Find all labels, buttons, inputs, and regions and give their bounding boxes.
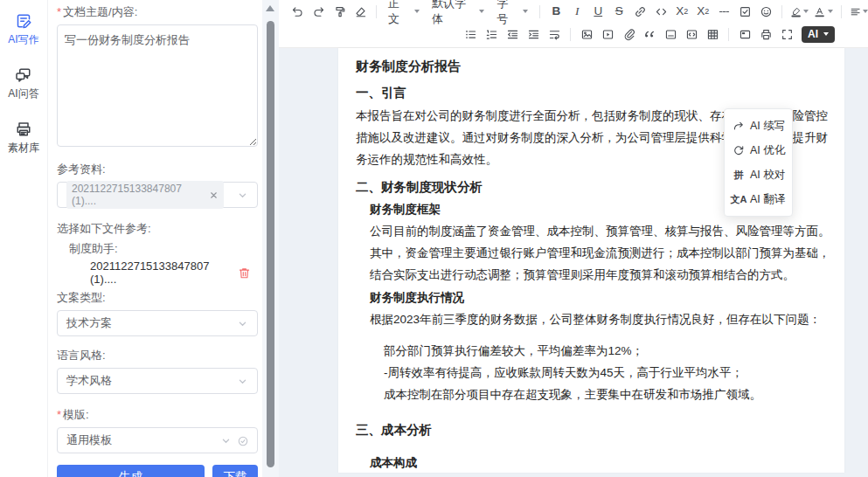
embed-icon[interactable] [737,25,753,45]
required-asterisk: * [57,408,61,421]
remove-tag-icon[interactable] [209,190,219,200]
doc-block: 一、引言 [356,82,832,103]
code-block-icon[interactable] [684,25,699,45]
toolbar-divider [728,28,729,41]
bold-button[interactable]: B [548,2,564,21]
scroll-up-arrow[interactable] [266,5,274,11]
link-icon[interactable] [632,2,648,21]
spacer [356,330,832,340]
ai-translate-icon: 文A [733,193,745,205]
reference-tag-label: 2021122715133847807 (1).... [72,183,205,207]
fullscreen-icon[interactable] [779,25,795,45]
subscript-button[interactable]: X2 [674,2,690,21]
toolbar-divider [376,5,377,18]
chevron-down-icon [237,376,248,387]
doc-block: 成本构成 [370,453,832,473]
ordered-list-icon[interactable] [483,25,499,45]
language-style-label: 语言风格: [57,348,258,363]
italic-button[interactable]: I [569,2,585,21]
chevron-down-icon [220,435,232,446]
toolbar-row-2: AI [279,23,868,46]
highlight-color-icon[interactable] [790,2,809,21]
clear-format-icon[interactable] [352,2,368,21]
template-value: 通用模板 [66,432,220,448]
chevron-down-icon [237,190,248,201]
menu-item-label: AI 优化 [750,143,785,158]
task-list-icon[interactable] [737,2,753,21]
attachment-icon[interactable] [621,25,636,45]
font-color-icon[interactable] [814,2,832,21]
image-icon[interactable] [579,25,594,45]
ai-optimize-icon [733,144,745,156]
horizontal-rule-icon[interactable] [716,2,732,21]
chevron-down-icon [237,318,248,329]
scrollbar-thumb[interactable] [267,21,274,467]
delete-file-icon[interactable] [238,266,251,280]
material-library-icon [15,121,32,138]
emoji-icon[interactable] [758,2,774,21]
reference-file-row: 2021122715133847807 (1).... [90,259,258,286]
redo-icon[interactable] [310,2,326,21]
check-circle-icon [237,435,248,446]
underline-button[interactable]: U [590,2,606,21]
menu-item-label: AI 续写 [750,119,785,134]
undo-icon[interactable] [289,2,305,21]
form-actions: 生成 下载 [57,465,258,477]
ai-optimize-item[interactable]: AI 优化 [725,138,792,162]
editor-toolbar: 正文默认字体字号BIUSX2X2 AI [279,0,868,48]
sidebar-item-ai-writing[interactable]: AI写作 [8,12,38,47]
menu-item-label: AI 校对 [750,168,785,183]
indent-icon[interactable] [525,25,541,45]
paragraph-style-select[interactable]: 正文 [385,0,423,27]
required-asterisk: * [57,5,61,18]
toolbar-divider [539,5,540,18]
toolbar-divider [570,28,571,41]
app-window: AI写作AI问答素材库 *文档主题/内容: 写一份财务制度分析报告 参考资料: … [0,0,868,477]
font-family-select[interactable]: 默认字体 [428,0,488,27]
ai-qa-icon [15,66,32,84]
strikethrough-button[interactable]: S [611,2,627,21]
assistant-label: 制度助手: [69,241,258,257]
language-style-select[interactable]: 学术风格 [57,368,258,394]
doc-block: 根据2023年前三季度的财务数据，公司整体财务制度执行情况良好，但存在以下问题： [370,308,832,330]
doc-title: 财务制度分析报告 [356,56,832,76]
divider-icon[interactable] [663,25,678,45]
ai-proofread-item[interactable]: 拼AI 校对 [725,162,792,187]
ai-writing-icon [15,12,32,30]
generate-button[interactable]: 生成 [57,465,205,477]
ai-dropdown-menu: AI 续写AI 优化拼AI 校对文AAI 翻译 [724,108,793,217]
video-icon[interactable] [600,25,615,45]
reference-file-name: 2021122715133847807 (1).... [90,259,238,286]
outdent-icon[interactable] [504,25,520,45]
doc-block: 部分部门预算执行偏差较大，平均偏差率为12%；-周转效率有待提高，应收账款周转天… [384,340,832,405]
ai-menu-button[interactable]: AI [802,26,835,43]
font-size-select[interactable]: 字号 [493,0,531,27]
generation-form-panel: *文档主题/内容: 写一份财务制度分析报告 参考资料: 202112271513… [48,0,262,477]
print-icon[interactable] [758,25,774,45]
file-select-label: 选择如下文件参考: [57,221,258,237]
ai-continue-item[interactable]: AI 续写 [725,114,792,138]
language-style-value: 学术风格 [66,373,237,389]
line-break-icon[interactable] [546,25,562,45]
sidebar-item-ai-qa[interactable]: AI问答 [8,66,38,101]
bullet-list-icon[interactable] [462,25,478,45]
blockquote-icon[interactable] [642,25,657,45]
toolbar-row-1: 正文默认字体字号BIUSX2X2 [279,0,868,23]
template-label: *模版: [57,407,258,423]
table-icon[interactable] [705,25,720,45]
inline-code-icon[interactable] [653,2,669,21]
ai-translate-item[interactable]: 文AAI 翻译 [725,187,792,211]
sidebar-item-label: AI问答 [8,86,38,101]
superscript-button[interactable]: X2 [695,2,711,21]
topic-textarea[interactable]: 写一份财务制度分析报告 [57,24,258,147]
reference-tag[interactable]: 2021122715133847807 (1).... [66,181,224,209]
sidebar-item-material-library[interactable]: 素材库 [8,121,39,156]
sidebar-rail: AI写作AI问答素材库 [0,0,48,477]
download-button[interactable]: 下载 [212,465,258,477]
reference-select[interactable]: 2021122715133847807 (1).... [57,182,258,208]
template-select[interactable]: 通用模板 [57,427,258,453]
doc-type-select[interactable]: 技术方案 [57,310,258,336]
format-painter-icon[interactable] [331,2,347,21]
align-icon[interactable] [850,2,868,21]
ai-continue-icon [733,120,745,132]
